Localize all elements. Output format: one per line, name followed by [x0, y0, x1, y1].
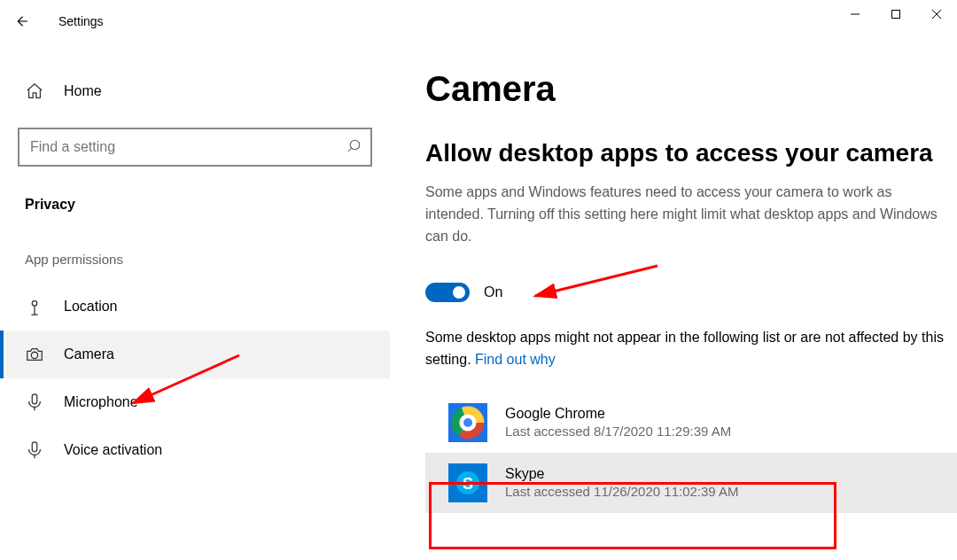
svg-point-4 [350, 140, 360, 150]
skype-icon: S [448, 463, 487, 502]
svg-rect-10 [32, 394, 37, 404]
app-list: Google Chrome Last accessed 8/17/2020 11… [425, 393, 957, 513]
arrow-left-icon [13, 13, 29, 29]
app-last-accessed: Last accessed 11/26/2020 11:02:39 AM [505, 484, 739, 499]
search-icon [346, 138, 362, 157]
sidebar-item-label: Microphone [64, 394, 138, 410]
section-title: Allow desktop apps to access your camera [425, 139, 957, 167]
svg-point-6 [32, 301, 37, 307]
search-box[interactable] [18, 128, 372, 167]
app-row-chrome[interactable]: Google Chrome Last accessed 8/17/2020 11… [425, 393, 957, 453]
category-heading: Privacy [0, 188, 390, 243]
app-name: Skype [505, 466, 739, 482]
group-heading: App permissions [0, 243, 390, 283]
maximize-button[interactable] [875, 0, 916, 28]
sidebar-item-label: Camera [64, 346, 114, 362]
toggle-knob [453, 286, 465, 299]
toggle-state-label: On [484, 284, 502, 300]
sidebar-item-label: Location [64, 299, 118, 315]
svg-point-9 [31, 352, 37, 358]
titlebar: Settings [0, 0, 957, 43]
search-input[interactable] [28, 138, 346, 156]
microphone-icon [25, 393, 44, 412]
sidebar-item-camera[interactable]: Camera [0, 331, 390, 378]
camera-access-toggle[interactable] [425, 283, 470, 302]
sidebar-item-label: Voice activation [64, 442, 162, 458]
nav-home-label: Home [64, 83, 102, 99]
app-name: Google Chrome [505, 406, 731, 422]
section-description: Some apps and Windows features need to a… [425, 182, 939, 247]
sidebar: Home Privacy App permissions Location [0, 43, 390, 560]
find-out-why-link[interactable]: Find out why [475, 352, 556, 367]
location-icon [25, 297, 44, 316]
page-title: Camera [425, 69, 957, 109]
toggle-row: On [425, 283, 957, 302]
svg-text:S: S [463, 475, 473, 493]
window-title: Settings [58, 14, 104, 28]
back-button[interactable] [0, 0, 43, 43]
minimize-button[interactable] [835, 0, 875, 28]
app-row-skype[interactable]: S Skype Last accessed 11/26/2020 11:02:3… [425, 453, 957, 513]
app-last-accessed: Last accessed 8/17/2020 11:29:39 AM [505, 424, 731, 439]
main-content: Camera Allow desktop apps to access your… [390, 43, 957, 560]
sidebar-item-microphone[interactable]: Microphone [0, 378, 390, 426]
note-text: Some desktop apps might not appear in th… [425, 327, 957, 371]
voice-activation-icon [25, 440, 44, 460]
chrome-icon [448, 403, 487, 442]
svg-rect-1 [892, 11, 900, 19]
sidebar-item-location[interactable]: Location [0, 283, 390, 331]
nav-home[interactable]: Home [0, 67, 390, 115]
window-controls [835, 0, 957, 28]
svg-line-5 [348, 148, 352, 152]
svg-rect-12 [32, 442, 37, 452]
sidebar-item-voice-activation[interactable]: Voice activation [0, 426, 390, 474]
close-button[interactable] [916, 0, 957, 28]
home-icon [25, 82, 44, 101]
camera-icon [25, 345, 44, 364]
